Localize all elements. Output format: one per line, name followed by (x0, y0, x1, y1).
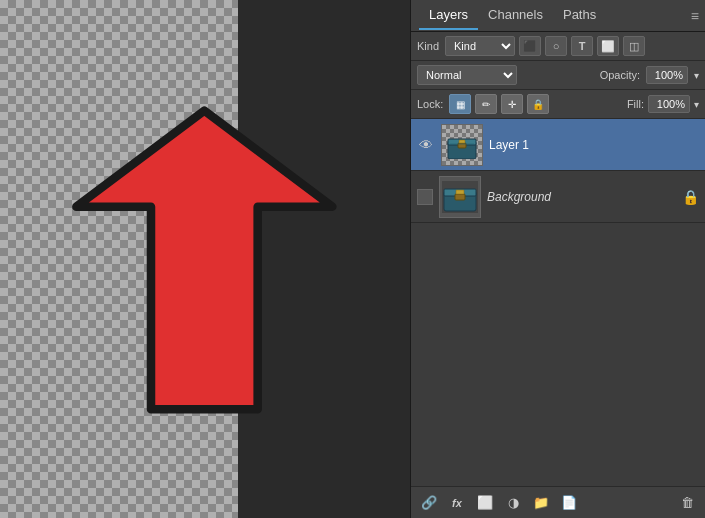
delete-layer-button[interactable]: 🗑 (675, 492, 699, 514)
layer1-thumb-image (446, 131, 478, 159)
background-lock-icon: 🔒 (682, 189, 699, 205)
filter-adjust-icon[interactable]: ○ (545, 36, 567, 56)
lock-position-button[interactable]: ✛ (501, 94, 523, 114)
lock-row: Lock: ▦ ✏ ✛ 🔒 Fill: ▾ (411, 90, 705, 119)
new-group-button[interactable]: 📁 (529, 492, 553, 514)
kind-select[interactable]: Kind (445, 36, 515, 56)
panel-menu-button[interactable]: ≡ (691, 8, 699, 24)
fill-input[interactable] (648, 95, 690, 113)
svg-rect-4 (459, 140, 465, 143)
layer1-thumbnail (441, 124, 483, 166)
lock-transparent-button[interactable]: ▦ (449, 94, 471, 114)
lock-label: Lock: (417, 98, 443, 110)
link-layers-button[interactable]: 🔗 (417, 492, 441, 514)
background-thumb-image (442, 181, 478, 213)
lock-image-button[interactable]: ✏ (475, 94, 497, 114)
svg-rect-10 (456, 190, 464, 194)
svg-rect-9 (455, 194, 465, 200)
red-arrow (30, 100, 400, 420)
new-layer-button[interactable]: 📄 (557, 492, 581, 514)
lock-all-button[interactable]: 🔒 (527, 94, 549, 114)
filter-smart-icon[interactable]: ◫ (623, 36, 645, 56)
opacity-input[interactable]: 100% (646, 66, 688, 84)
filter-pixel-icon[interactable]: ⬛ (519, 36, 541, 56)
svg-marker-0 (76, 111, 332, 410)
filter-type-icon[interactable]: T (571, 36, 593, 56)
layer-item-background[interactable]: Background 🔒 (411, 171, 705, 223)
background-visibility-checkbox[interactable] (417, 189, 433, 205)
layers-list: 👁 Layer 1 (411, 119, 705, 486)
tab-layers[interactable]: Layers (419, 1, 478, 30)
adjustment-layer-button[interactable]: ◑ (501, 492, 525, 514)
add-style-button[interactable]: fx (445, 492, 469, 514)
add-mask-button[interactable]: ⬜ (473, 492, 497, 514)
fill-arrow: ▾ (694, 99, 699, 110)
layer-item-layer1[interactable]: 👁 Layer 1 (411, 119, 705, 171)
fill-label: Fill: (627, 98, 644, 110)
layer1-name: Layer 1 (489, 138, 699, 152)
kind-row: Kind Kind ⬛ ○ T ⬜ ◫ (411, 32, 705, 61)
background-thumbnail (439, 176, 481, 218)
tab-channels[interactable]: Channels (478, 1, 553, 30)
opacity-label: Opacity: (600, 69, 640, 81)
opacity-arrow: ▾ (694, 70, 699, 81)
layer1-visibility-icon[interactable]: 👁 (417, 136, 435, 154)
canvas-area (0, 0, 410, 518)
kind-label: Kind (417, 40, 439, 52)
layers-panel: Layers Channels Paths ≡ Kind Kind ⬛ ○ T … (410, 0, 705, 518)
tab-paths[interactable]: Paths (553, 1, 606, 30)
panel-tabs: Layers Channels Paths ≡ (411, 0, 705, 32)
blend-row: Normal Dissolve Multiply Opacity: 100% ▾ (411, 61, 705, 90)
blend-mode-select[interactable]: Normal Dissolve Multiply (417, 65, 517, 85)
panel-footer: 🔗 fx ⬜ ◑ 📁 📄 🗑 (411, 486, 705, 518)
filter-shape-icon[interactable]: ⬜ (597, 36, 619, 56)
background-name: Background (487, 190, 676, 204)
